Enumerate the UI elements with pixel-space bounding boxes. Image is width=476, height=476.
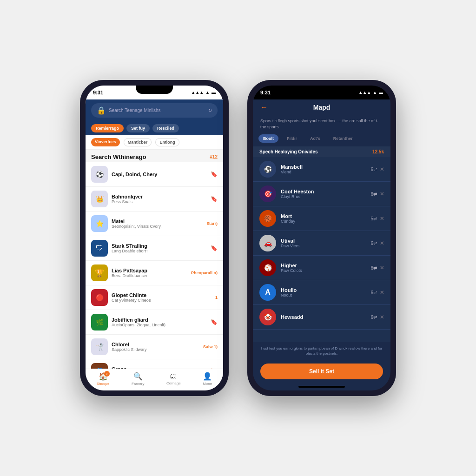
cat-tab-1[interactable]: Manticber — [124, 138, 152, 146]
filter-tabs: Remierrago Set fuy Resciled — [86, 121, 223, 135]
list-item[interactable]: 👑 Bahnonlqver Pess Snals 🔖 — [86, 187, 223, 212]
dark-list-item[interactable]: 🏀 Mort Cunday 5⇌ ✕ — [253, 206, 390, 231]
dark-item-name: Coof Heeston — [281, 189, 366, 194]
section-header: Search Wthinerago #12 — [86, 150, 223, 162]
bookmark-icon[interactable]: 🔖 — [211, 319, 218, 325]
item-info: Bahnonlqver Pess Snals — [112, 194, 207, 204]
item-sub: Sappoklic Sildwary — [112, 347, 199, 352]
wifi-icon-right: ▲ — [373, 90, 377, 95]
dark-item-right: 6⇌ ✕ — [370, 290, 384, 296]
dark-tab-3[interactable]: Retanther — [329, 134, 357, 143]
dark-item-info: Houllo Noout — [281, 287, 366, 298]
category-tabs: Vinverfoes Manticber Entlong — [86, 135, 223, 150]
list-item[interactable]: ⚽ Capi, Doind, Chery 🔖 — [86, 162, 223, 187]
list-item[interactable]: 🌿 Jobiffien gliard AucioOpans, Ziogua, L… — [86, 310, 223, 335]
item-sub: Seonoprisin;, Vinats Cvory. — [112, 224, 203, 229]
list-item[interactable]: 🏆 Lias Pattsayap Bers: Draltlduanser Phe… — [86, 261, 223, 285]
dark-item-logo: 🤡 — [259, 309, 276, 325]
right-phone: 9:31 ▲▲▲ ▲ ▬ ← Mapd Spors tic flegh spor… — [247, 80, 396, 396]
nav-item-search[interactable]: 🔍 Farnery — [132, 372, 145, 386]
list-item[interactable]: 🤺 Chlorel Sappoklic Sildwary Salw 1) — [86, 335, 223, 359]
dark-list-item[interactable]: A Houllo Noout 6⇌ ✕ — [253, 280, 390, 305]
phones-container: 9:31 ▲▲▲ ▲ ▬ 🔒 Search Teenage Miniishs ↻… — [61, 61, 415, 415]
dark-item-num: 6⇌ — [370, 290, 377, 295]
item-logo: 🏆 — [91, 264, 108, 281]
bookmark-icon[interactable]: 🔖 — [211, 245, 218, 251]
dark-list-item[interactable]: ⚽ Mansbell Viend 6⇌ ✕ — [253, 157, 390, 182]
item-name: Capi, Doind, Chery — [112, 172, 207, 177]
dark-list-item[interactable]: 🤡 Hewsadd 6⇌ ✕ — [253, 305, 390, 330]
bookmark-icon[interactable]: 🔖 — [211, 196, 218, 202]
dark-subtitle: Spors tic flegh sports shot youl stent b… — [253, 115, 390, 134]
dark-item-right: 6⇌ ✕ — [370, 191, 384, 197]
dark-item-logo: 🎯 — [259, 185, 276, 202]
dark-list-count: 12.5k — [372, 149, 384, 154]
bookmark-icon[interactable]: 🔖 — [211, 171, 218, 178]
dark-list-item[interactable]: 🚗 Utival Paw Viers 6⇌ ✕ — [253, 231, 390, 256]
dark-item-info: Mort Cunday — [281, 213, 366, 224]
item-name: Jobiffien gliard — [112, 317, 207, 323]
dark-filter-tabs: Boolt Fildir Act's Retanther — [253, 134, 390, 146]
remove-icon[interactable]: ✕ — [380, 290, 384, 296]
item-sub: Lang Doable ebort↑ — [112, 249, 207, 253]
cat-tab-0[interactable]: Vinverfoes — [91, 138, 120, 146]
item-info: Jobiffien gliard AucioOpans, Ziogua, Lin… — [112, 317, 207, 327]
item-sub: Cat yVinterey Cineos — [112, 298, 212, 303]
dark-item-sub: Viend — [281, 170, 366, 174]
item-logo: 🤺 — [91, 338, 108, 355]
item-name: Glopet Chlinte — [112, 292, 212, 298]
item-name: Matel — [112, 218, 203, 224]
back-button[interactable]: ← — [260, 103, 268, 112]
remove-icon[interactable]: ✕ — [380, 314, 384, 320]
dark-item-right: 6⇌ ✕ — [370, 166, 384, 172]
nav-badge-count: 9 — [104, 371, 110, 377]
dark-list-title: Spech Healoying Onivides — [259, 149, 318, 154]
list-item[interactable]: 🛡 Stark STralling Lang Doable ebort↑ 🔖 — [86, 236, 223, 261]
list-item[interactable]: 🏅 Grops Molle Aliogri Stoiry 🔖 — [86, 359, 223, 369]
remove-icon[interactable]: ✕ — [380, 166, 384, 172]
item-logo: 🏅 — [91, 363, 108, 369]
search-refresh-icon[interactable]: ↻ — [208, 108, 212, 113]
dark-item-name: Higher — [281, 263, 366, 268]
filter-tab-1[interactable]: Set fuy — [126, 124, 150, 132]
dark-item-name: Mort — [281, 213, 366, 219]
user-icon: 👤 — [203, 372, 212, 381]
list-item[interactable]: ⭐ Matel Seonoprisin;, Vinats Cvory. $tar… — [86, 212, 223, 236]
left-phone: 9:31 ▲▲▲ ▲ ▬ 🔒 Search Teenage Miniishs ↻… — [80, 80, 229, 396]
wifi-icon: ▲ — [205, 90, 210, 95]
item-name: Lias Pattsayap — [112, 268, 187, 273]
filter-tab-2[interactable]: Resciled — [152, 124, 179, 132]
nav-item-shop[interactable]: 🏠 9 Shoope — [97, 372, 110, 386]
dark-item-right: 6⇌ ✕ — [370, 265, 384, 271]
remove-icon[interactable]: ✕ — [380, 265, 384, 271]
dark-tab-1[interactable]: Fildir — [282, 134, 302, 143]
remove-icon[interactable]: ✕ — [380, 240, 384, 246]
filter-tab-0[interactable]: Remierrago — [91, 124, 124, 132]
cta-button[interactable]: Sell it Set — [260, 364, 383, 379]
nav-label-search: Farnery — [132, 382, 145, 386]
dark-item-num: 6⇌ — [370, 241, 377, 246]
nav-item-manage[interactable]: 🗂 Cornage — [166, 372, 181, 386]
item-action: 1 — [215, 295, 218, 300]
dark-list-item[interactable]: ⚾ Higher Paw Colots 6⇌ ✕ — [253, 256, 390, 280]
item-action: Pheoparall o) — [191, 271, 218, 275]
nav-label-profile: Mone — [203, 382, 212, 386]
battery-icon: ▬ — [212, 90, 216, 95]
dark-list-item[interactable]: 🎯 Coof Heeston Cloyt Rrus 6⇌ ✕ — [253, 182, 390, 206]
cat-tab-2[interactable]: Entlong — [155, 138, 179, 146]
dark-tab-2[interactable]: Act's — [305, 134, 325, 143]
item-logo: 🔴 — [91, 289, 108, 306]
signal-icon: ▲▲▲ — [191, 90, 204, 95]
search-bar[interactable]: 🔒 Search Teenage Miniishs ↻ — [91, 103, 218, 118]
dark-tab-0[interactable]: Boolt — [258, 134, 278, 143]
item-logo: ⚽ — [91, 166, 108, 183]
search-bar-text: Search Teenage Miniishs — [109, 108, 205, 113]
section-count: #12 — [210, 154, 218, 159]
item-name: Stark STralling — [112, 243, 207, 249]
remove-icon[interactable]: ✕ — [380, 216, 384, 222]
list-item[interactable]: 🔴 Glopet Chlinte Cat yVinterey Cineos 1 — [86, 285, 223, 310]
nav-label-manage: Cornage — [166, 381, 181, 385]
remove-icon[interactable]: ✕ — [380, 191, 384, 197]
item-logo: 🛡 — [91, 240, 108, 257]
nav-item-profile[interactable]: 👤 Mone — [203, 372, 212, 386]
